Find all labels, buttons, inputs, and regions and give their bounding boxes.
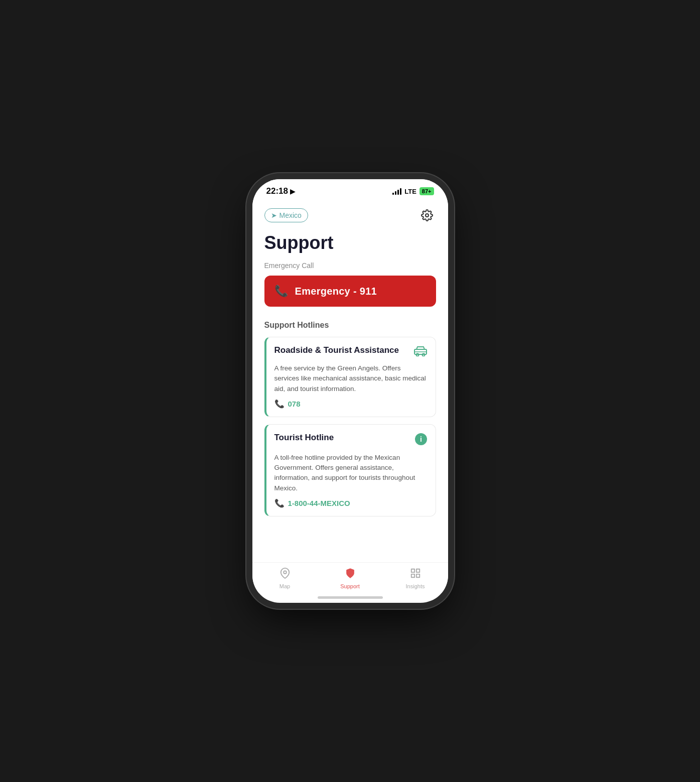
svg-text:i: i	[420, 435, 422, 443]
home-indicator	[318, 596, 383, 599]
location-label: Mexico	[279, 211, 302, 219]
settings-button[interactable]	[418, 206, 436, 224]
lte-label: LTE	[404, 188, 416, 195]
page-title: Support	[264, 232, 436, 253]
shield-icon	[345, 568, 356, 582]
nav-label-map: Map	[279, 583, 290, 589]
hotline-card-tourist: Tourist Hotline i A toll-free hotline pr…	[264, 424, 436, 516]
time-display: 22:18	[266, 186, 288, 196]
svg-point-0	[426, 214, 429, 217]
nav-label-support: Support	[340, 583, 360, 589]
svg-rect-10	[416, 574, 419, 577]
signal-icon	[392, 188, 401, 195]
nav-item-insights[interactable]: Insights	[383, 568, 448, 589]
svg-rect-9	[416, 569, 419, 572]
app-content: ➤ Mexico Support Emergency Call 📞 Emerge…	[252, 200, 448, 562]
phone-icon-tourist: 📞	[274, 498, 285, 508]
svg-rect-8	[411, 569, 414, 572]
emergency-section-label: Emergency Call	[264, 262, 436, 270]
hotline-card-header-tourist: Tourist Hotline i	[274, 433, 428, 449]
hotline-card-header: Roadside & Tourist Assistance	[274, 345, 428, 359]
location-pill[interactable]: ➤ Mexico	[264, 208, 308, 222]
bottom-nav: Map Support Insights	[252, 562, 448, 593]
phone-icon-roadside: 📞	[274, 399, 285, 409]
status-right: LTE 87+	[392, 187, 434, 195]
info-icon: i	[414, 433, 428, 449]
location-arrow-icon: ▶	[290, 188, 295, 195]
emergency-call-button[interactable]: 📞 Emergency - 911	[264, 276, 436, 307]
hotline-name-roadside: Roadside & Tourist Assistance	[274, 345, 399, 355]
status-time: 22:18 ▶	[266, 186, 295, 196]
svg-rect-11	[411, 574, 414, 577]
map-pin-icon	[279, 568, 291, 582]
nav-label-insights: Insights	[406, 583, 425, 589]
car-icon	[413, 345, 428, 359]
grid-icon	[410, 568, 421, 582]
phone-frame: 22:18 ▶ LTE 87+ ➤ Mexico	[252, 179, 448, 603]
svg-point-7	[284, 571, 287, 574]
status-bar: 22:18 ▶ LTE 87+	[252, 179, 448, 200]
hotline-desc-roadside: A free service by the Green Angels. Offe…	[274, 363, 428, 394]
app-header: ➤ Mexico	[264, 200, 436, 228]
hotline-phone-roadside[interactable]: 📞 078	[274, 399, 428, 409]
phone-icon: 📞	[274, 285, 288, 298]
hotline-phone-number-roadside: 078	[288, 400, 301, 408]
hotline-name-tourist: Tourist Hotline	[274, 433, 334, 443]
location-navigate-icon: ➤	[271, 211, 277, 219]
battery-indicator: 87+	[419, 187, 434, 195]
nav-item-support[interactable]: Support	[318, 568, 383, 589]
hotline-phone-number-tourist: 1-800-44-MEXICO	[288, 499, 350, 507]
hotline-phone-tourist[interactable]: 📞 1-800-44-MEXICO	[274, 498, 428, 508]
gear-icon	[421, 209, 433, 221]
emergency-button-label: Emergency - 911	[295, 286, 377, 297]
hotline-desc-tourist: A toll-free hotline provided by the Mexi…	[274, 453, 428, 493]
hotline-card-roadside: Roadside & Tourist Assistance A free ser…	[264, 337, 436, 417]
hotlines-section-title: Support Hotlines	[264, 321, 436, 330]
nav-item-map[interactable]: Map	[252, 568, 318, 589]
